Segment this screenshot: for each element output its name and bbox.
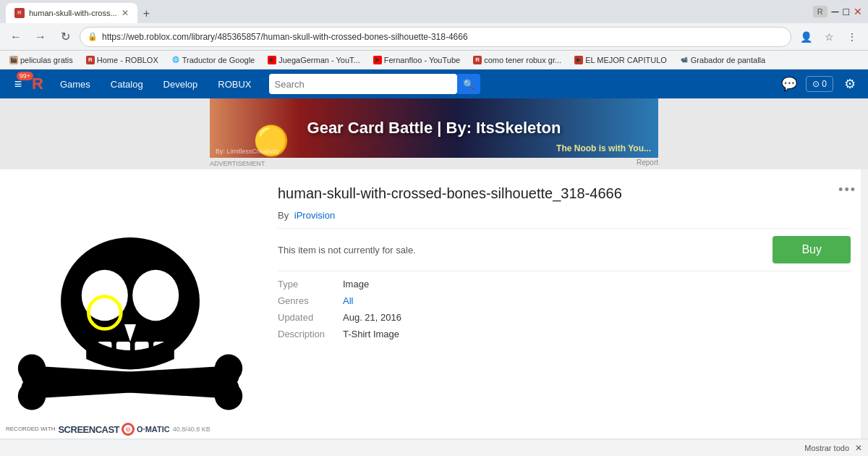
nav-robux-link[interactable]: ROBUX bbox=[209, 76, 260, 93]
screencast-logo: SCREENCAST bbox=[58, 424, 119, 435]
active-tab[interactable]: R human-skull-with-cross... ✕ bbox=[6, 3, 137, 23]
bookmark-fernanfloo[interactable]: ▶ Fernanfloo - YouTube bbox=[370, 54, 464, 66]
bookmark-robux[interactable]: R como tener robux gr... bbox=[469, 54, 565, 66]
nav-games-link[interactable]: Games bbox=[51, 76, 99, 93]
chat-icon[interactable]: 💬 bbox=[778, 73, 800, 95]
browser-toolbar: ← → ↻ 🔒 https://web.roblox.com/library/4… bbox=[0, 23, 868, 51]
maximize-button[interactable]: □ bbox=[843, 6, 849, 17]
scroll-track[interactable] bbox=[861, 169, 868, 456]
updated-value: Aug. 21, 2016 bbox=[343, 312, 851, 323]
bookmark-favicon: ▶ bbox=[373, 56, 382, 64]
star-icon[interactable]: ☆ bbox=[819, 27, 839, 47]
bookmark-google[interactable]: 🌐 Traductor de Google bbox=[168, 54, 258, 66]
robux-count: 0 bbox=[822, 79, 827, 89]
refresh-button[interactable]: ↻ bbox=[55, 27, 75, 47]
back-button[interactable]: ← bbox=[6, 27, 26, 47]
more-options-icon[interactable]: ⋮ bbox=[842, 27, 862, 47]
sc-circle-icon: O bbox=[122, 423, 135, 436]
forward-button[interactable]: → bbox=[30, 27, 51, 47]
mostrar-todo-link[interactable]: Mostrar todo bbox=[804, 444, 849, 452]
sc-logo-row: SCREENCAST O O·MATIC bbox=[58, 423, 169, 436]
close-window-button[interactable]: ✕ bbox=[854, 6, 862, 17]
nav-develop-link[interactable]: Develop bbox=[155, 76, 207, 93]
bookmark-juegagerman[interactable]: ▶ JuegaGerman - YouT... bbox=[264, 54, 364, 66]
content-wrapper: human-skull-with-crossed-bones-silhouett… bbox=[0, 169, 868, 456]
bookmark-label: JuegaGerman - YouT... bbox=[278, 56, 360, 64]
ad-subtitle: The Noob is with You... bbox=[556, 143, 651, 153]
svg-line-8 bbox=[32, 376, 229, 388]
tab-favicon: R bbox=[14, 8, 25, 18]
window-ddd[interactable]: R bbox=[813, 6, 827, 17]
bottom-close-button[interactable]: ✕ bbox=[855, 443, 862, 453]
ad-wrapper: 🟡 Gear Card Battle | By: ItsSkeleton The… bbox=[0, 98, 868, 169]
notification-badge: 99+ bbox=[17, 72, 33, 80]
bottom-bar: Mostrar todo ✕ bbox=[0, 439, 868, 456]
bookmark-label: Traductor de Google bbox=[182, 56, 255, 64]
item-title: human-skull-with-crossed-bones-silhouett… bbox=[278, 184, 851, 203]
item-info-panel: human-skull-with-crossed-bones-silhouett… bbox=[260, 169, 868, 456]
robux-button[interactable]: ⊙ 0 bbox=[806, 76, 833, 92]
hamburger-wrapper: ≡ 99+ bbox=[7, 73, 29, 95]
author-link[interactable]: iProvision bbox=[294, 210, 335, 221]
genres-value[interactable]: All bbox=[343, 295, 851, 306]
url-text: https://web.roblox.com/library/485365857… bbox=[102, 32, 783, 42]
svg-point-11 bbox=[215, 355, 242, 382]
skull-image bbox=[14, 197, 246, 428]
bookmark-favicon: R bbox=[473, 56, 482, 64]
ad-report-link[interactable]: Report bbox=[637, 159, 658, 169]
sc-matic: O·MATIC bbox=[137, 425, 170, 434]
bookmark-favicon: ▶ bbox=[268, 56, 276, 64]
ad-banner: 🟡 Gear Card Battle | By: ItsSkeleton The… bbox=[210, 98, 658, 158]
more-options-button[interactable]: ••• bbox=[838, 182, 856, 198]
profile-icon[interactable]: 👤 bbox=[796, 27, 816, 47]
svg-point-10 bbox=[18, 382, 46, 410]
bookmark-label: como tener robux gr... bbox=[484, 56, 561, 64]
bookmark-grabador[interactable]: 📹 Grabador de pantalla bbox=[676, 54, 769, 66]
bookmark-roblox[interactable]: R Home - ROBLOX bbox=[82, 54, 162, 66]
sc-size: 40.8/40.8 KB bbox=[173, 426, 210, 433]
screencast-badge: RECORDED WITH SCREENCAST O O·MATIC 40.8/… bbox=[0, 420, 216, 439]
nav-catalog-link[interactable]: Catalog bbox=[102, 76, 152, 93]
bookmark-favicon: ▶ bbox=[574, 56, 583, 64]
robux-icon: ⊙ bbox=[812, 79, 820, 89]
bottom-right: Mostrar todo ✕ bbox=[804, 443, 862, 453]
item-author: By iProvision bbox=[278, 210, 851, 221]
genres-label: Genres bbox=[278, 295, 343, 306]
page-content: 🟡 Gear Card Battle | By: ItsSkeleton The… bbox=[0, 98, 868, 456]
bookmark-mejor[interactable]: ▶ EL MEJOR CAPITULO bbox=[571, 54, 671, 66]
buy-button[interactable]: Buy bbox=[773, 236, 851, 263]
bookmark-label: Grabador de pantalla bbox=[691, 56, 765, 64]
bookmark-label: peliculas gratis bbox=[20, 56, 73, 64]
tab-title: human-skull-with-cross... bbox=[29, 9, 117, 17]
bookmark-favicon: 🎬 bbox=[9, 56, 18, 64]
toolbar-right: 👤 ☆ ⋮ bbox=[796, 27, 862, 47]
svg-point-9 bbox=[18, 355, 46, 382]
bookmark-label: Fernanfloo - YouTube bbox=[384, 56, 460, 64]
item-image-panel bbox=[0, 169, 260, 456]
ad-meta: ADVERTISEMENT Report bbox=[210, 158, 658, 169]
svg-point-12 bbox=[215, 382, 242, 410]
ad-credits: By: LimitlessCreativity bbox=[216, 148, 279, 155]
tab-close-button[interactable]: ✕ bbox=[122, 8, 129, 18]
svg-point-2 bbox=[132, 270, 179, 321]
bookmarks-bar: 🎬 peliculas gratis R Home - ROBLOX 🌐 Tra… bbox=[0, 51, 868, 69]
tab-bar: R human-skull-with-cross... ✕ + bbox=[6, 0, 156, 23]
address-bar[interactable]: 🔒 https://web.roblox.com/library/4853658… bbox=[80, 27, 791, 47]
ad-content: Gear Card Battle | By: ItsSkeleton bbox=[307, 119, 561, 138]
bookmark-peliculas[interactable]: 🎬 peliculas gratis bbox=[6, 54, 77, 66]
ad-label: ADVERTISEMENT bbox=[210, 159, 265, 169]
settings-icon[interactable]: ⚙ bbox=[839, 73, 861, 95]
by-prefix: By bbox=[278, 210, 289, 221]
new-tab-button[interactable]: + bbox=[137, 4, 156, 23]
roblox-logo: R bbox=[32, 75, 43, 93]
description-value: T-Shirt Image bbox=[343, 329, 851, 339]
recorded-with-label: RECORDED WITH bbox=[6, 426, 55, 432]
window-controls: R ─ □ ✕ bbox=[813, 6, 862, 17]
search-input[interactable] bbox=[269, 74, 457, 94]
description-label: Description bbox=[278, 329, 343, 339]
minimize-button[interactable]: ─ bbox=[832, 6, 839, 17]
security-icon: 🔒 bbox=[88, 32, 98, 41]
search-button[interactable]: 🔍 bbox=[457, 74, 480, 94]
item-details: Type Image Genres All Updated Aug. 21, 2… bbox=[278, 279, 851, 339]
updated-label: Updated bbox=[278, 312, 343, 323]
